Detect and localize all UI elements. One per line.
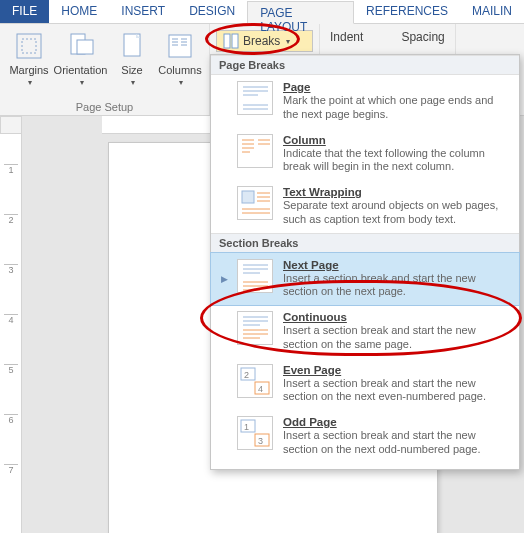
chevron-down-icon: ▾ xyxy=(80,78,84,87)
orientation-icon xyxy=(65,30,97,62)
chevron-down-icon: ▾ xyxy=(28,78,32,87)
margins-button[interactable]: Margins ▾ xyxy=(6,28,52,89)
menu-item-odd-page[interactable]: 13 Odd Page Insert a section break and s… xyxy=(211,410,519,463)
menu-item-desc: Insert a section break and start the new… xyxy=(283,324,509,352)
group-page-setup: Margins ▾ Orientation ▾ Size ▾ xyxy=(0,24,210,115)
svg-rect-1 xyxy=(22,39,36,53)
menu-item-column[interactable]: Column Indicate that the text following … xyxy=(211,128,519,181)
menu-item-desc: Insert a section break and start the new… xyxy=(283,377,509,405)
svg-text:2: 2 xyxy=(244,370,249,380)
even-page-icon: 24 xyxy=(237,364,273,398)
text-wrap-icon xyxy=(237,186,273,220)
columns-icon xyxy=(164,30,196,62)
margins-icon xyxy=(13,30,45,62)
group-caption-page-setup: Page Setup xyxy=(6,99,203,113)
svg-rect-5 xyxy=(169,35,191,57)
menu-item-desc: Mark the point at which one page ends an… xyxy=(283,94,509,122)
columns-label: Columns xyxy=(158,64,201,76)
tab-page-layout[interactable]: PAGE LAYOUT xyxy=(247,1,354,24)
ribbon-tabs: FILE HOME INSERT DESIGN PAGE LAYOUT REFE… xyxy=(0,0,524,24)
tab-insert[interactable]: INSERT xyxy=(109,0,177,23)
menu-item-title: Odd Page xyxy=(283,416,509,428)
chevron-down-icon: ▾ xyxy=(179,78,183,87)
column-break-icon xyxy=(237,134,273,168)
svg-rect-31 xyxy=(242,191,254,203)
page-break-icon xyxy=(237,81,273,115)
svg-text:4: 4 xyxy=(258,384,263,394)
svg-text:1: 1 xyxy=(244,422,249,432)
menu-item-title: Even Page xyxy=(283,364,509,376)
chevron-down-icon: ▾ xyxy=(286,37,290,46)
ruler-tick: 1 xyxy=(4,164,18,175)
columns-button[interactable]: Columns ▾ xyxy=(157,28,203,89)
size-label: Size xyxy=(121,64,142,76)
menu-item-title: Page xyxy=(283,81,509,93)
ruler-corner xyxy=(0,116,22,134)
tab-references[interactable]: REFERENCES xyxy=(354,0,460,23)
margins-label: Margins xyxy=(9,64,48,76)
breaks-icon xyxy=(223,33,239,49)
menu-item-title: Continuous xyxy=(283,311,509,323)
menu-item-desc: Separate text around objects on web page… xyxy=(283,199,509,227)
ruler-tick: 3 xyxy=(4,264,18,275)
menu-item-text-wrapping[interactable]: Text Wrapping Separate text around objec… xyxy=(211,180,519,233)
orientation-button[interactable]: Orientation ▾ xyxy=(54,28,107,89)
menu-item-title: Column xyxy=(283,134,509,146)
chevron-down-icon: ▾ xyxy=(131,78,135,87)
size-button[interactable]: Size ▾ xyxy=(109,28,155,89)
svg-rect-0 xyxy=(17,34,41,58)
tab-design[interactable]: DESIGN xyxy=(177,0,247,23)
svg-rect-12 xyxy=(224,34,230,48)
selected-marker-icon: ▶ xyxy=(221,274,227,284)
svg-rect-13 xyxy=(232,34,238,48)
svg-text:3: 3 xyxy=(258,436,263,446)
menu-item-continuous[interactable]: Continuous Insert a section break and st… xyxy=(211,305,519,358)
orientation-label: Orientation xyxy=(54,64,108,76)
breaks-menu: Page Breaks Page Mark the point at which… xyxy=(210,54,520,470)
menu-item-title: Text Wrapping xyxy=(283,186,509,198)
tab-file[interactable]: FILE xyxy=(0,0,49,23)
menu-item-next-page[interactable]: ▶ Next Page Insert a section break and s… xyxy=(211,253,519,306)
tab-home[interactable]: HOME xyxy=(49,0,109,23)
menu-item-desc: Insert a section break and start the new… xyxy=(283,272,509,300)
menu-item-title: Next Page xyxy=(283,259,509,271)
section-page-breaks: Page Breaks xyxy=(211,55,519,75)
odd-page-icon: 13 xyxy=(237,416,273,450)
section-section-breaks: Section Breaks xyxy=(211,233,519,253)
ruler-tick: 4 xyxy=(4,314,18,325)
next-page-icon xyxy=(237,259,273,293)
menu-item-page[interactable]: Page Mark the point at which one page en… xyxy=(211,75,519,128)
ruler-tick: 5 xyxy=(4,364,18,375)
ruler-tick: 2 xyxy=(4,214,18,225)
continuous-icon xyxy=(237,311,273,345)
menu-item-desc: Indicate that the text following the col… xyxy=(283,147,509,175)
tab-mailings[interactable]: MAILIN xyxy=(460,0,524,23)
size-icon xyxy=(116,30,148,62)
ruler-tick: 7 xyxy=(4,464,18,475)
vertical-ruler[interactable]: 1 2 3 4 5 6 7 xyxy=(0,116,22,533)
ruler-tick: 6 xyxy=(4,414,18,425)
svg-rect-3 xyxy=(77,40,93,54)
menu-item-even-page[interactable]: 24 Even Page Insert a section break and … xyxy=(211,358,519,411)
breaks-label: Breaks xyxy=(243,34,280,48)
menu-item-desc: Insert a section break and start the new… xyxy=(283,429,509,457)
